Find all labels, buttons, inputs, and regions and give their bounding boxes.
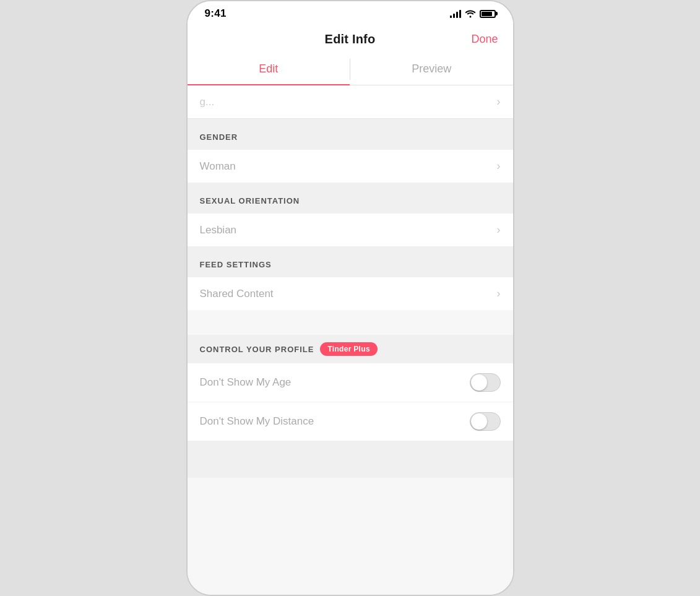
gender-section-title: GENDER: [200, 132, 238, 142]
orientation-value: Lesbian: [200, 224, 237, 236]
control-section-title: CONTROL YOUR PROFILE: [200, 345, 314, 354]
content-area: g... › GENDER Woman › SEXUAL ORIENTATION…: [188, 85, 513, 595]
gender-chevron: ›: [497, 160, 501, 173]
status-time: 9:41: [205, 7, 227, 20]
feed-section-title: FEED SETTINGS: [200, 260, 272, 269]
control-section-header: CONTROL YOUR PROFILE Tinder Plus: [188, 335, 513, 363]
gender-row[interactable]: Woman ›: [188, 150, 513, 183]
battery-icon: [480, 10, 496, 18]
shared-content-value: Shared Content: [200, 288, 274, 300]
dont-show-distance-row[interactable]: Don't Show My Distance: [188, 402, 513, 441]
toggle-thumb-age: [471, 374, 487, 391]
shared-content-row[interactable]: Shared Content ›: [188, 277, 513, 310]
bottom-spacer: [188, 441, 513, 478]
shared-content-chevron: ›: [497, 287, 501, 300]
nav-header: Edit Info Done: [188, 24, 513, 54]
spacer-1: [188, 119, 513, 124]
done-button[interactable]: Done: [471, 33, 498, 46]
spacer-4: [188, 310, 513, 335]
signal-icon: [450, 9, 461, 18]
dont-show-age-row[interactable]: Don't Show My Age: [188, 363, 513, 402]
dont-show-age-label: Don't Show My Age: [200, 376, 292, 389]
phone-frame: 9:41 Edit Info Done: [186, 0, 514, 596]
orientation-section-title: SEXUAL ORIENTATION: [200, 196, 300, 205]
partial-row[interactable]: g... ›: [188, 85, 513, 119]
spacer-2: [188, 183, 513, 188]
toggle-thumb-distance: [471, 413, 487, 430]
orientation-row[interactable]: Lesbian ›: [188, 214, 513, 246]
feed-section-header: FEED SETTINGS: [188, 251, 513, 277]
spacer-3: [188, 246, 513, 251]
status-bar: 9:41: [188, 1, 513, 24]
page-title: Edit Info: [325, 32, 376, 46]
dont-show-distance-label: Don't Show My Distance: [200, 415, 314, 428]
wifi-icon: [465, 9, 476, 18]
tab-bar: Edit Preview: [188, 54, 513, 85]
dont-show-age-toggle[interactable]: [470, 373, 501, 392]
tab-edit[interactable]: Edit: [188, 54, 350, 85]
tinder-plus-badge[interactable]: Tinder Plus: [320, 342, 377, 356]
partial-row-label: g...: [200, 96, 215, 108]
orientation-section-header: SEXUAL ORIENTATION: [188, 188, 513, 214]
tab-preview[interactable]: Preview: [350, 54, 513, 85]
status-icons: [450, 9, 496, 18]
partial-row-chevron: ›: [497, 95, 501, 108]
gender-value: Woman: [200, 160, 236, 173]
dont-show-distance-toggle[interactable]: [470, 412, 501, 431]
gender-section-header: GENDER: [188, 124, 513, 150]
orientation-chevron: ›: [497, 223, 501, 236]
